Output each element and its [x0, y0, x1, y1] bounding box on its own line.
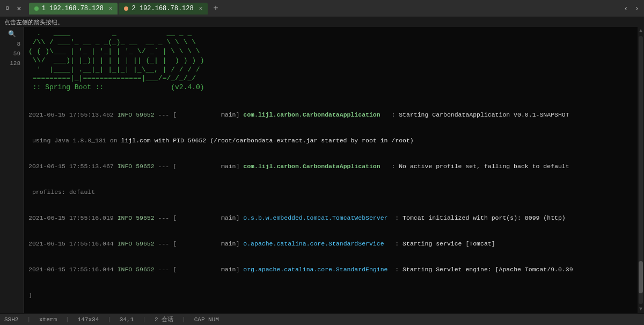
tab-2[interactable]: 2 192.168.78.128 ✕ — [119, 3, 208, 15]
scroll-down-button[interactable]: ▼ — [638, 305, 643, 313]
status-cap: CAP NUM — [194, 316, 219, 323]
status-sep-1: | — [27, 316, 31, 323]
cap-label: CAP NUM — [194, 316, 219, 323]
log-line-6: 2021-06-15 17:55:16.044 INFO 59652 --- [… — [28, 240, 635, 248]
tab-dot-1 — [34, 6, 39, 11]
log-line-2: using Java 1.8.0_131 on lijl.com with PI… — [28, 136, 635, 145]
status-sep-4: | — [142, 316, 146, 323]
scroll-up-button[interactable]: ▲ — [638, 27, 643, 35]
right-scrollbar[interactable]: ▲ ▼ — [638, 27, 644, 313]
status-size: 147x34 — [78, 316, 99, 323]
sessions-label: 2 会话 — [155, 315, 173, 323]
pos-label: 34,1 — [120, 316, 134, 323]
tab-2-label: 2 192.168.78.128 — [131, 5, 193, 12]
ssh-label: SSH2 — [4, 316, 18, 323]
top-bar: ¤ ✕ 1 192.168.78.128 ✕ 2 192.168.78.128 … — [0, 0, 644, 17]
status-sep-2: | — [65, 316, 69, 323]
scroll-thumb[interactable] — [639, 261, 643, 293]
terminal-container: 🔍 8 59 128 . ____ _ __ _ _ /\\ / ___'_ _… — [0, 27, 644, 313]
status-sep-5: | — [182, 316, 186, 323]
log-line-4: profiles: default — [28, 188, 635, 197]
pin-button[interactable]: ¤ — [2, 4, 12, 13]
tab-2-close[interactable]: ✕ — [199, 5, 203, 12]
tab-1-label: 1 192.168.78.128 — [42, 5, 104, 12]
nav-right-button[interactable]: › — [632, 3, 642, 14]
status-bar: SSH2 | xterm | 147x34 | 34,1 | 2 会话 | CA… — [0, 313, 644, 325]
sidebar-num-1: 8 — [0, 39, 24, 49]
add-tab-button[interactable]: + — [209, 4, 223, 13]
tab-dot-2 — [124, 6, 128, 11]
nav-left-button[interactable]: ‹ — [621, 3, 631, 14]
log-area: 2021-06-15 17:55:13.462 INFO 59652 --- [… — [28, 93, 635, 313]
sidebar-num-3: 128 — [0, 59, 24, 68]
log-line-8: ] — [28, 291, 635, 300]
close-button[interactable]: ✕ — [13, 3, 24, 14]
term-label: xterm — [39, 316, 57, 323]
hint-bar: 点击左侧的箭头按钮。 — [0, 17, 644, 27]
status-term: xterm — [39, 316, 57, 323]
log-line-3: 2021-06-15 17:55:13.467 INFO 59652 --- [… — [28, 162, 635, 171]
tab-1[interactable]: 1 192.168.78.128 ✕ — [29, 3, 118, 15]
terminal-content[interactable]: . ____ _ __ _ _ /\\ / ___'_ __ _ _(_)_ _… — [24, 27, 638, 313]
spring-ascii-art: . ____ _ __ _ _ /\\ / ___'_ __ _ _(_)_ _… — [28, 29, 635, 92]
status-sep-3: | — [107, 316, 111, 323]
status-ssh: SSH2 — [4, 316, 18, 323]
nav-arrows: ‹ › — [621, 3, 642, 14]
size-label: 147x34 — [78, 316, 99, 323]
log-line-1: 2021-06-15 17:55:13.462 INFO 59652 --- [… — [28, 111, 635, 119]
hint-text: 点击左侧的箭头按钮。 — [4, 19, 63, 26]
left-sidebar: 🔍 8 59 128 — [0, 27, 24, 313]
sidebar-num-2: 59 — [0, 49, 24, 59]
log-line-7: 2021-06-15 17:55:16.044 INFO 59652 --- [… — [28, 265, 635, 274]
scroll-track[interactable] — [639, 36, 643, 304]
sidebar-search[interactable]: 🔍 — [0, 29, 24, 39]
log-line-5: 2021-06-15 17:55:16.019 INFO 59652 --- [… — [28, 214, 635, 222]
status-pos: 34,1 — [120, 316, 134, 323]
tab-1-close[interactable]: ✕ — [109, 5, 113, 12]
status-sessions: 2 会话 — [155, 315, 173, 323]
